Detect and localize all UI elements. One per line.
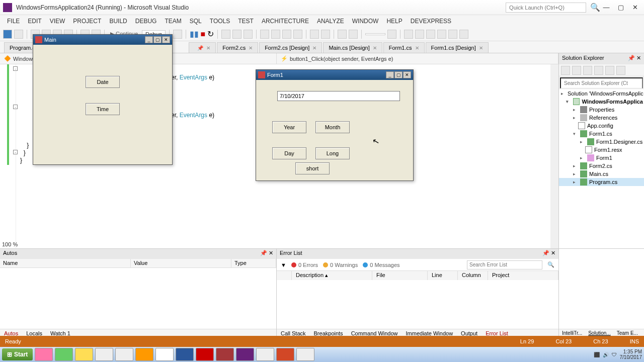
form1-titlebar[interactable]: Form1 _ ▢ ✕ (256, 70, 413, 80)
menu-help[interactable]: HELP (382, 16, 406, 26)
taskbar-app-4[interactable] (95, 348, 113, 361)
taskbar-app-7[interactable] (256, 348, 274, 361)
close-button[interactable]: ✕ (403, 71, 411, 78)
tray-icon[interactable]: 🔊 (603, 352, 609, 357)
nav-member-dropdown[interactable]: ⚡ button1_Click(object sender, EventArgs… (277, 53, 558, 64)
minimize-button[interactable]: — (600, 4, 612, 13)
form1-node[interactable]: Form1.cs (589, 131, 612, 137)
pin-icon[interactable]: 📌 (628, 55, 635, 61)
show-all-icon[interactable] (616, 66, 625, 75)
nav-fwd-button[interactable] (14, 30, 23, 39)
tb-icon-12[interactable] (415, 30, 424, 39)
close-icon[interactable]: ✕ (269, 250, 273, 256)
fold-icon[interactable]: - (13, 150, 18, 154)
menu-sql[interactable]: SQL (186, 16, 206, 26)
search-icon[interactable]: 🔍 (590, 3, 600, 12)
main-window-titlebar[interactable]: Main _ ▢ ✕ (33, 35, 172, 45)
close-icon[interactable]: ✕ (551, 250, 555, 256)
tb-icon-1[interactable] (173, 30, 182, 39)
sync-icon[interactable] (572, 66, 581, 75)
refresh-icon[interactable] (583, 66, 592, 75)
taskbar-app-1[interactable] (35, 348, 53, 361)
short-button[interactable]: short (295, 162, 330, 174)
tb-icon-10[interactable] (387, 30, 396, 39)
tab-form1-design[interactable]: Form1.cs [Design]✕ (426, 42, 489, 53)
maximize-button[interactable]: ▢ (394, 71, 403, 78)
long-button[interactable]: Long (315, 147, 350, 159)
taskbar-word[interactable] (176, 348, 194, 361)
date-button[interactable]: Date (86, 76, 120, 88)
menu-edit[interactable]: EDIT (24, 16, 45, 26)
col-value[interactable]: Value (131, 259, 231, 267)
tb-icon-4[interactable] (282, 30, 291, 39)
quick-launch-input[interactable] (506, 3, 586, 13)
fold-icon[interactable]: - (13, 105, 18, 109)
maximize-button[interactable]: ▢ (153, 36, 162, 43)
step-over-button[interactable] (232, 30, 242, 39)
menu-project[interactable]: PROJECT (69, 16, 105, 26)
menu-tools[interactable]: TOOLS (206, 16, 234, 26)
tb-icon-16[interactable] (459, 30, 468, 39)
home-icon[interactable] (561, 66, 570, 75)
col-project[interactable]: Project (488, 271, 558, 280)
year-button[interactable]: Year (272, 121, 306, 133)
nav-back-button[interactable] (3, 30, 12, 39)
tray-icon[interactable]: 🛡 (612, 352, 617, 357)
menu-view[interactable]: VIEW (46, 16, 69, 26)
appconfig-node[interactable]: App.config (587, 123, 613, 129)
tab-form2-cs[interactable]: Form2.cs✕ (217, 42, 258, 53)
col-line[interactable]: Line (428, 271, 458, 280)
tb-icon-3[interactable] (271, 30, 280, 39)
tb-icon-2[interactable] (260, 30, 269, 39)
taskbar-acrobat[interactable] (196, 348, 214, 361)
col-file[interactable]: File (372, 271, 428, 280)
solution-search-input[interactable] (560, 77, 643, 88)
menu-window[interactable]: WINDOW (348, 16, 383, 26)
menu-file[interactable]: FILE (3, 16, 24, 26)
tab-main-design[interactable]: Main.cs [Design]✕ (323, 42, 382, 53)
errors-count[interactable]: 0 Errors (291, 262, 318, 268)
tb-icon-11[interactable] (404, 30, 413, 39)
step-into-button[interactable] (221, 30, 230, 39)
form1-class-node[interactable]: Form1 (596, 155, 612, 161)
menu-devexpress[interactable]: DEVEXPRESS (407, 16, 455, 26)
pin-icon[interactable]: 📌 (260, 250, 267, 256)
solution-tree[interactable]: ▸Solution 'WindowsFormsApplic ▾WindowsFo… (559, 89, 644, 248)
close-icon[interactable]: ✕ (636, 55, 641, 61)
messages-count[interactable]: 0 Messages (363, 262, 399, 268)
menu-build[interactable]: BUILD (105, 16, 131, 26)
tb-icon-13[interactable] (426, 30, 435, 39)
col-description[interactable]: Description ▴ (292, 271, 372, 280)
filter-icon[interactable]: ▼ (281, 262, 286, 268)
properties-node[interactable]: Properties (589, 107, 614, 113)
program-node[interactable]: Program.cs (589, 179, 617, 185)
tb-icon-7[interactable] (321, 30, 330, 39)
form1-designer-node[interactable]: Form1.Designer.cs (596, 139, 642, 145)
menu-team[interactable]: TEAM (160, 16, 185, 26)
references-node[interactable]: References (589, 115, 617, 121)
stop-icon[interactable]: ■ (201, 30, 206, 39)
project-node[interactable]: WindowsFormsApplica (582, 99, 643, 105)
main-window[interactable]: Main _ ▢ ✕ Date Time (33, 34, 173, 165)
tb-icon-5[interactable] (293, 30, 302, 39)
taskbar-app-8[interactable] (296, 348, 314, 361)
step-out-button[interactable] (244, 30, 253, 39)
tb-icon-9[interactable] (349, 30, 358, 39)
clock[interactable]: 1:35 PM7/10/2017 (620, 349, 642, 360)
start-button[interactable]: ⊞ Start (2, 348, 33, 360)
minimize-button[interactable]: _ (145, 36, 153, 43)
close-button[interactable]: ✕ (629, 4, 641, 13)
tray-icon[interactable]: ⬛ (594, 352, 600, 357)
tab-form2-design[interactable]: Form2.cs [Design]✕ (259, 42, 322, 53)
tb-dd-2[interactable] (365, 33, 385, 35)
editor-scrollbar[interactable] (550, 64, 558, 248)
menu-architecture[interactable]: ARCHITECTURE (258, 16, 313, 26)
tb-icon-15[interactable] (448, 30, 457, 39)
zoom-level[interactable]: 100 % (2, 241, 18, 247)
tb-icon-8[interactable] (338, 30, 347, 39)
form2-node[interactable]: Form2.cs (589, 163, 612, 169)
tab-form1-cs[interactable]: Form1.cs✕ (383, 42, 425, 53)
day-button[interactable]: Day (272, 147, 306, 159)
taskbar-vs[interactable] (236, 348, 254, 361)
taskbar-chrome[interactable] (155, 348, 174, 361)
